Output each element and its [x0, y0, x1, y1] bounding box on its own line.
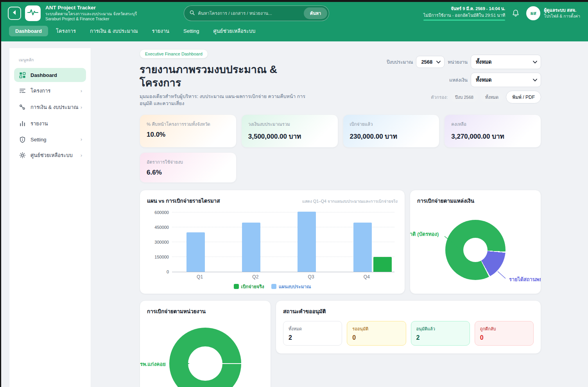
slice-divider-line — [205, 363, 241, 364]
back-arrow-icon — [12, 10, 17, 17]
bar-plan-Q1[interactable] — [186, 232, 205, 272]
search-input[interactable] — [198, 11, 304, 16]
bar-group-Q2 — [228, 210, 283, 272]
bar-plan-Q4[interactable] — [353, 223, 372, 272]
app-logo — [25, 5, 41, 21]
title-block: Executive Finance Dashboard รายงานภาพรวม… — [140, 49, 312, 107]
sidebar-item-โครงการ[interactable]: โครงการ› — [14, 83, 86, 98]
sidebar-item-ศูนย์ช่วยเหลือระบบ[interactable]: ศูนย์ช่วยเหลือระบบ› — [14, 148, 86, 163]
nav-item-รายงาน[interactable]: รายงาน — [146, 25, 176, 37]
kpi-grid: % คืบหน้าโครงการรวมทั้งจังหวัด10.0%วงเงิ… — [140, 114, 541, 183]
y-axis-tick-label: 0 — [167, 269, 169, 274]
chevron-down-icon — [436, 61, 441, 63]
fiscal-year-select[interactable]: 2568 — [416, 56, 445, 68]
agency-donut-title: การเบิกจ่ายตามหน่วยงาน — [147, 307, 264, 316]
top-bar: ANT Project Tracker ระบบติดตามโครงการและ… — [0, 2, 588, 22]
agency-select[interactable]: ทั้งหมด — [471, 55, 541, 69]
bar-plan-Q3[interactable] — [298, 212, 316, 272]
approval-status-card: สถานะคำขออนุมัติ ทั้งหมด2รออนุมัติ0อนุมั… — [276, 300, 541, 354]
shield-icon — [19, 136, 26, 143]
session-progress-bar — [423, 20, 505, 21]
finance-nodes-icon — [19, 104, 26, 111]
main-content: Executive Finance Dashboard รายงานภาพรวม… — [91, 41, 588, 387]
bar-group-Q4 — [339, 210, 394, 272]
bottom-row: การเบิกจ่ายตามหน่วยงาน รพ.แก่งคอย สถานะค… — [140, 300, 541, 387]
stat-value: 2 — [289, 334, 337, 341]
approval-stat-2: อนุมัติแล้ว2 — [411, 321, 470, 346]
sidebar-item-label: ศูนย์ช่วยเหลือระบบ — [30, 151, 73, 159]
main-nav: Dashboardโครงการการเงิน & งบประมาณรายงาน… — [0, 22, 588, 41]
legend-item[interactable]: แผนงบประมาณ — [271, 283, 311, 290]
clock-block: จันทร์ 9 มี.ค. 2569 - 14:04 น. ไม่มีการใ… — [423, 5, 505, 21]
y-axis-tick-label: 450000 — [154, 225, 169, 230]
quarterly-bar-chart-card: แผน vs การเบิกจ่ายรายไตรมาส แสดง Q1–Q4 จ… — [140, 190, 405, 294]
kpi-card-3: คงเหลือ3,270,000.00 บาท — [444, 114, 541, 148]
dashboard-grid-icon — [19, 71, 26, 78]
sidebar: เมนูหลัก Dashboardโครงการ›การเงิน & งบปร… — [9, 48, 91, 387]
session-timeout-text: ไม่มีการใช้งาน - ออกอัตโนมัติใน 29:51 นา… — [423, 12, 505, 19]
stat-label: ถูกตีกลับ — [480, 325, 528, 332]
fund-source-donut: ชาติ (บัตรทอง) รายได้สถานพย — [410, 208, 541, 294]
kpi-value: 3,270,000.00 บาท — [451, 131, 534, 141]
nav-item-โครงการ[interactable]: โครงการ — [50, 25, 82, 37]
sidebar-item-setting[interactable]: Setting› — [14, 132, 86, 146]
kpi-card-1: วงเงินงบประมาณรวม3,500,000.00 บาท — [241, 114, 338, 148]
print-pdf-button[interactable]: พิมพ์ / PDF — [506, 91, 541, 103]
chevron-right-icon: › — [81, 137, 82, 142]
approval-stat-1: รออนุมัติ0 — [347, 321, 406, 346]
agency-donut: รพ.แก่งคอย — [140, 319, 271, 387]
nav-item-ศูนย์ช่วยเหลือระบบ[interactable]: ศูนย์ช่วยเหลือระบบ — [207, 25, 262, 37]
stat-value: 0 — [480, 334, 528, 341]
bar-actual-Q4[interactable] — [373, 257, 392, 272]
agency-donut-card: การเบิกจ่ายตามหน่วยงาน รพ.แก่งคอย — [140, 300, 271, 387]
x-axis-label-Q3: Q3 — [283, 274, 339, 280]
sidebar-item-dashboard[interactable]: Dashboard — [14, 68, 86, 82]
y-axis-tick-label: 150000 — [154, 255, 169, 259]
user-name: ผู้ดูแลระบบ สสจ. — [544, 7, 580, 14]
search-button[interactable]: ค้นหา — [304, 7, 327, 19]
kpi-value: 10.0% — [147, 131, 229, 139]
bar-plan-Q2[interactable] — [242, 223, 260, 272]
kpi-label: % คืบหน้าโครงการรวมทั้งจังหวัด — [147, 121, 229, 128]
nav-item-การเงิน-งบประมาณ[interactable]: การเงิน & งบประมาณ — [84, 25, 144, 37]
search-icon — [190, 10, 195, 17]
fiscal-year-label: ปีงบประมาณ — [387, 58, 413, 66]
kpi-card-4: อัตราการใช้จ่ายงบ6.6% — [140, 152, 237, 183]
user-subtitle: โปรไฟล์ & การตั้งค่า — [544, 13, 580, 19]
nav-item-setting[interactable]: Setting — [177, 26, 205, 36]
filter-chip-year: ปีงบ 2568 — [451, 92, 478, 102]
fund-source-select[interactable]: ทั้งหมด — [471, 73, 541, 87]
page-head-row: Executive Finance Dashboard รายงานภาพรวม… — [140, 49, 541, 107]
window-edge-top — [0, 0, 588, 2]
bar-group-Q1 — [172, 210, 228, 272]
legend-swatch — [234, 284, 239, 289]
fund-donut-title: การเบิกจ่ายตามแหล่งเงิน — [417, 196, 534, 205]
bar-chart-note: แสดง Q1–Q4 จากแผนงบประมาณและการเบิกจ่ายจ… — [302, 198, 398, 205]
back-button[interactable] — [8, 7, 21, 20]
datetime-text: จันทร์ 9 มี.ค. 2569 - 14:04 น. — [423, 5, 505, 12]
user-menu[interactable]: ผส ผู้ดูแลระบบ สสจ. โปรไฟล์ & การตั้งค่า — [526, 6, 580, 20]
legend-item[interactable]: เบิกจ่ายจริง — [234, 283, 264, 290]
report-barchart-icon — [19, 120, 26, 127]
applied-filters-label: ตัวกรอง: — [431, 94, 448, 101]
chevron-right-icon: › — [81, 88, 82, 94]
chevron-down-icon — [533, 78, 537, 81]
kpi-label: วงเงินงบประมาณรวม — [248, 121, 331, 128]
sidebar-caption: เมนูหลัก — [19, 57, 86, 63]
sidebar-item-label: Setting — [30, 137, 46, 143]
sidebar-item-การเงิน-งบประมาณ[interactable]: การเงิน & งบประมาณ› — [14, 100, 86, 115]
kpi-value: 6.6% — [147, 169, 229, 177]
bell-icon[interactable] — [511, 9, 520, 18]
bar-group-Q3 — [283, 210, 339, 272]
x-axis-label-Q4: Q4 — [339, 274, 394, 280]
dashboard-badge: Executive Finance Dashboard — [140, 49, 208, 59]
sidebar-item-รายงาน[interactable]: รายงาน — [14, 116, 86, 131]
app-subtitle-en: Saraburi Project & Finance Tracker — [45, 16, 137, 21]
y-axis-tick-label: 300000 — [154, 240, 169, 244]
sidebar-item-label: Dashboard — [30, 72, 57, 78]
nav-item-dashboard[interactable]: Dashboard — [9, 26, 48, 36]
sidebar-item-label: รายงาน — [30, 119, 48, 128]
page-body: เมนูหลัก Dashboardโครงการ›การเงิน & งบปร… — [0, 41, 588, 387]
donut-slice-label: รพ.แก่งคอย — [140, 360, 166, 368]
app-subtitle-th: ระบบติดตามโครงการและงบประมาณ จังหวัดสระบ… — [45, 11, 137, 16]
